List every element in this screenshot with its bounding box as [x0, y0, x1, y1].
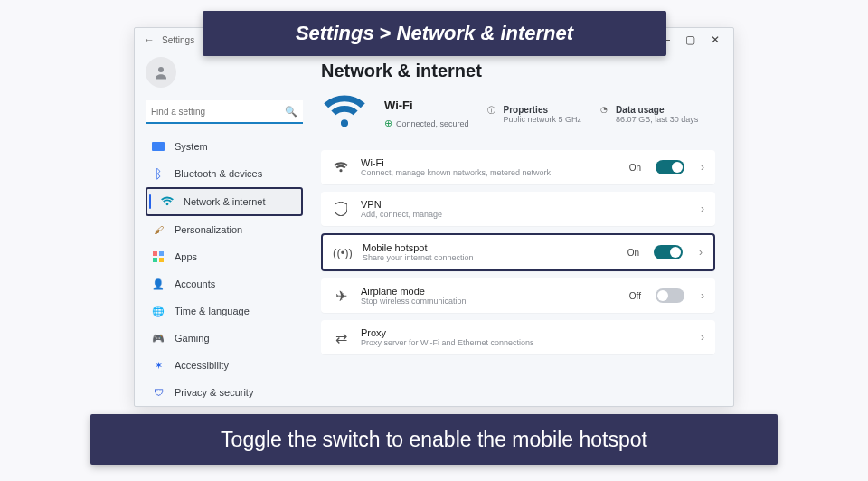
chevron-right-icon: › — [701, 203, 704, 215]
search-input[interactable] — [151, 107, 285, 117]
svg-point-0 — [158, 67, 164, 72]
sidebar-item-privacy[interactable]: 🛡 Privacy & security — [146, 379, 303, 406]
wifi-icon — [332, 162, 350, 174]
person-icon — [153, 64, 169, 80]
sidebar-item-label: Gaming — [175, 333, 210, 344]
sidebar-item-personalization[interactable]: 🖌 Personalization — [146, 216, 303, 243]
bluetooth-icon: ᛒ — [151, 166, 165, 181]
chevron-right-icon: › — [701, 331, 704, 344]
sidebar-item-label: Accounts — [175, 278, 215, 289]
callout-bottom-text: Toggle the switch to enable the mobile h… — [221, 428, 647, 452]
page-title: Network & internet — [321, 61, 715, 81]
card-airplane[interactable]: ✈ Airplane mode Stop wireless communicat… — [321, 278, 715, 313]
shield-icon: 🛡 — [151, 385, 165, 400]
sidebar-item-label: System — [175, 141, 208, 152]
back-button[interactable]: ← — [140, 33, 158, 46]
brush-icon: 🖌 — [151, 222, 165, 237]
settings-cards: Wi-Fi Connect, manage known networks, me… — [321, 150, 715, 354]
card-mobile-hotspot[interactable]: ((•)) Mobile hotspot Share your internet… — [321, 233, 715, 271]
card-sub: Connect, manage known networks, metered … — [361, 168, 618, 177]
wifi-large-icon — [321, 94, 368, 134]
card-state: Off — [629, 291, 641, 301]
sidebar-item-network[interactable]: Network & internet — [146, 187, 303, 216]
wifi-icon — [160, 194, 175, 209]
callout-bottom: Toggle the switch to enable the mobile h… — [90, 414, 778, 465]
svg-rect-3 — [159, 251, 164, 256]
wifi-toggle[interactable] — [656, 160, 684, 174]
info-icon: ⓘ — [486, 105, 498, 117]
callout-top-b: Network & internet — [397, 22, 574, 45]
data-usage-icon: ◔ — [598, 105, 610, 114]
svg-rect-1 — [152, 142, 165, 151]
data-usage-block[interactable]: ◔ Data usage 86.07 GB, last 30 days — [598, 105, 698, 124]
card-sub: Add, connect, manage — [361, 210, 684, 219]
globe-connected-icon: ⊕ — [384, 118, 392, 129]
network-hero: Wi-Fi ⊕Connected, secured ⓘ Properties P… — [321, 94, 715, 134]
hero-title: Wi-Fi — [384, 99, 469, 112]
accessibility-icon: ✶ — [151, 358, 165, 373]
sidebar-item-accessibility[interactable]: ✶ Accessibility — [146, 352, 303, 379]
data-usage-sub: 86.07 GB, last 30 days — [616, 115, 698, 124]
avatar[interactable] — [146, 57, 176, 88]
system-icon — [151, 139, 165, 154]
chevron-right-icon: › — [699, 246, 703, 259]
globe-icon: 🌐 — [151, 304, 165, 318]
card-title: Proxy — [361, 327, 684, 338]
sidebar-item-apps[interactable]: Apps — [146, 243, 303, 270]
sidebar-item-label: Apps — [175, 251, 197, 262]
airplane-icon: ✈ — [332, 288, 350, 305]
accounts-icon: 👤 — [151, 277, 165, 291]
card-title: Wi-Fi — [361, 157, 618, 168]
properties-block[interactable]: ⓘ Properties Public network 5 GHz — [486, 105, 582, 124]
sidebar-item-label: Privacy & security — [175, 387, 253, 398]
sidebar-item-system[interactable]: System — [146, 133, 303, 160]
sidebar-item-bluetooth[interactable]: ᛒ Bluetooth & devices — [146, 160, 303, 187]
svg-rect-5 — [159, 258, 164, 262]
sidebar-item-accounts[interactable]: 👤 Accounts — [146, 270, 303, 297]
svg-rect-2 — [153, 251, 157, 256]
close-button[interactable]: ✕ — [703, 33, 728, 46]
chevron-right-icon: › — [701, 289, 704, 302]
hero-status: Connected, secured — [396, 119, 469, 128]
settings-window: ← Settings — ▢ ✕ 🔍 System ᛒ Bluetooth — [134, 27, 734, 407]
svg-rect-4 — [153, 258, 157, 262]
properties-sub: Public network 5 GHz — [504, 115, 582, 124]
card-sub: Share your internet connection — [363, 253, 617, 262]
sidebar-item-label: Accessibility — [175, 360, 229, 371]
properties-label: Properties — [504, 105, 582, 115]
content-pane: Network & internet Wi-Fi ⊕Connected, sec… — [312, 52, 733, 406]
search-icon: 🔍 — [285, 106, 297, 118]
search-box[interactable]: 🔍 — [146, 100, 303, 124]
hotspot-icon: ((•)) — [334, 246, 352, 259]
callout-top-a: Settings — [296, 22, 374, 45]
callout-top: Settings > Network & internet — [203, 11, 666, 56]
sidebar-item-label: Network & internet — [184, 196, 265, 207]
callout-top-sep: > — [380, 22, 392, 45]
nav-list: System ᛒ Bluetooth & devices Network & i… — [146, 133, 303, 406]
card-state: On — [627, 248, 639, 258]
card-title: Mobile hotspot — [363, 242, 617, 253]
apps-icon — [151, 250, 165, 264]
data-usage-label: Data usage — [616, 105, 698, 115]
proxy-icon: ⇄ — [332, 329, 350, 346]
card-title: VPN — [361, 199, 684, 210]
card-sub: Proxy server for Wi-Fi and Ethernet conn… — [361, 338, 684, 347]
sidebar-item-label: Time & language — [175, 306, 250, 316]
card-wifi[interactable]: Wi-Fi Connect, manage known networks, me… — [321, 150, 715, 184]
sidebar-item-time[interactable]: 🌐 Time & language — [146, 297, 303, 325]
sidebar: 🔍 System ᛒ Bluetooth & devices Network &… — [135, 52, 312, 406]
maximize-button[interactable]: ▢ — [677, 33, 703, 46]
card-title: Airplane mode — [361, 286, 618, 297]
card-vpn[interactable]: VPN Add, connect, manage › — [321, 192, 715, 226]
gaming-icon: 🎮 — [151, 331, 165, 345]
card-proxy[interactable]: ⇄ Proxy Proxy server for Wi-Fi and Ether… — [321, 320, 715, 354]
chevron-right-icon: › — [701, 161, 704, 174]
sidebar-item-label: Bluetooth & devices — [175, 168, 262, 179]
sidebar-item-gaming[interactable]: 🎮 Gaming — [146, 325, 303, 352]
card-sub: Stop wireless communication — [361, 297, 618, 306]
hotspot-toggle[interactable] — [654, 245, 683, 259]
card-state: On — [629, 163, 641, 173]
airplane-toggle[interactable] — [656, 288, 684, 303]
sidebar-item-label: Personalization — [175, 224, 242, 235]
window-title: Settings — [162, 35, 194, 45]
